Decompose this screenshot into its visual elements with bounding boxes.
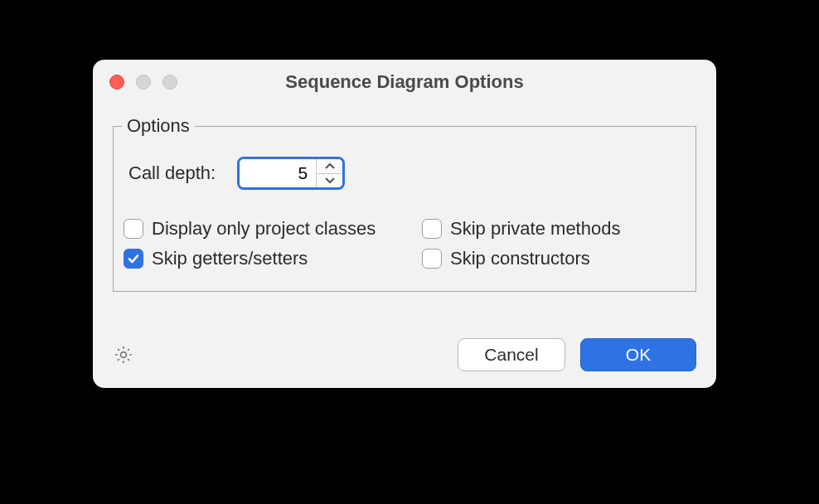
titlebar: Sequence Diagram Options <box>93 60 716 104</box>
call-depth-input[interactable] <box>240 159 316 187</box>
window-minimize-button[interactable] <box>136 75 151 90</box>
stepper-buttons <box>316 159 342 187</box>
checkbox-skip-private-methods[interactable]: Skip private methods <box>422 218 687 240</box>
checkbox-label: Skip constructors <box>450 248 590 269</box>
checkbox-label: Skip getters/setters <box>152 248 308 269</box>
checkbox-box <box>422 249 442 269</box>
call-depth-stepper[interactable] <box>237 157 345 190</box>
cancel-button[interactable]: Cancel <box>458 338 565 371</box>
checkbox-box <box>124 219 143 239</box>
gear-icon[interactable] <box>113 344 134 366</box>
checkbox-skip-getters-setters[interactable]: Skip getters/setters <box>124 248 422 269</box>
dialog-title: Sequence Diagram Options <box>285 71 523 93</box>
checkbox-label: Skip private methods <box>450 218 620 240</box>
checkbox-display-project-classes[interactable]: Display only project classes <box>124 218 422 240</box>
ok-button[interactable]: OK <box>580 338 696 371</box>
step-up-button[interactable] <box>317 159 342 173</box>
options-legend: Options <box>122 115 195 137</box>
svg-point-0 <box>121 352 127 358</box>
dialog-window: Sequence Diagram Options Options Call de… <box>93 60 716 388</box>
window-controls <box>109 75 177 90</box>
window-zoom-button[interactable] <box>162 75 177 90</box>
call-depth-row: Call depth: <box>128 157 345 190</box>
options-fieldset: Options Call depth: Display only project <box>113 126 696 292</box>
button-row: Cancel OK <box>93 322 716 388</box>
call-depth-label: Call depth: <box>128 162 216 184</box>
checkbox-label: Display only project classes <box>152 218 376 240</box>
checkbox-box <box>422 219 442 239</box>
step-down-button[interactable] <box>317 173 342 188</box>
checkbox-box <box>124 249 143 269</box>
checkbox-grid: Display only project classes Skip privat… <box>124 218 687 269</box>
checkbox-skip-constructors[interactable]: Skip constructors <box>422 248 687 269</box>
window-close-button[interactable] <box>109 75 124 90</box>
